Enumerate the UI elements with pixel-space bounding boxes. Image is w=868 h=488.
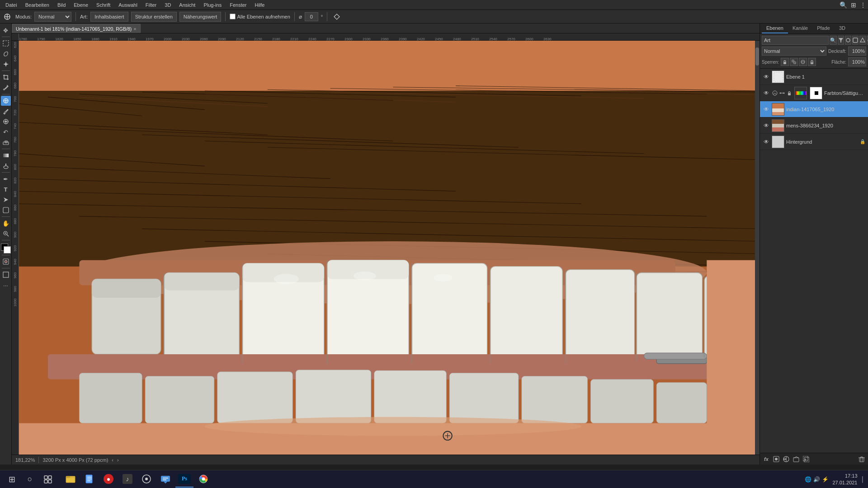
lock-pixels-btn[interactable] bbox=[781, 58, 789, 66]
start-button[interactable]: ⊞ bbox=[4, 471, 20, 488]
menu-filter[interactable]: Filter bbox=[142, 1, 160, 9]
status-arrow-left[interactable]: ‹ bbox=[112, 457, 113, 463]
tab-ebenen[interactable]: Ebenen bbox=[762, 23, 788, 33]
menu-hilfe[interactable]: Hilfe bbox=[251, 1, 268, 9]
taskbar-music[interactable]: ♪ bbox=[118, 471, 137, 488]
tab-pfade[interactable]: Pfade bbox=[812, 23, 835, 33]
lock-all-btn[interactable] bbox=[808, 58, 816, 66]
menu-fenster[interactable]: Fenster bbox=[226, 1, 250, 9]
taskbar-messages[interactable] bbox=[156, 471, 175, 488]
tab-kanale[interactable]: Kanäle bbox=[788, 23, 812, 33]
magic-wand-tool[interactable] bbox=[1, 59, 11, 69]
layer-item-farbton[interactable]: 👁 bbox=[760, 85, 868, 101]
menu-plugins[interactable]: Plug-ins bbox=[200, 1, 225, 9]
opacity-input[interactable] bbox=[848, 47, 866, 56]
battery-icon[interactable]: ⚡ bbox=[822, 476, 829, 483]
add-style-btn[interactable]: fx bbox=[762, 455, 771, 464]
taskbar-chrome[interactable] bbox=[194, 471, 212, 488]
menu-datei[interactable]: Datei bbox=[2, 1, 21, 9]
layer-filter-5[interactable] bbox=[859, 36, 866, 45]
eyedropper-tool[interactable] bbox=[1, 83, 11, 93]
document-tab[interactable]: Unbenannt-1 bei 181% (indian-1417065_192… bbox=[12, 24, 141, 33]
zoom-tool[interactable] bbox=[1, 229, 11, 239]
task-view-button[interactable] bbox=[40, 471, 56, 488]
color-swatches[interactable] bbox=[1, 244, 11, 253]
naherungswert-btn[interactable]: Näherungswert bbox=[179, 12, 222, 22]
fill-input[interactable] bbox=[848, 57, 866, 66]
brush-tool[interactable] bbox=[1, 106, 11, 116]
lock-position-btn[interactable] bbox=[790, 58, 798, 66]
crop-tool[interactable] bbox=[1, 72, 11, 82]
struktur-btn[interactable]: Struktur erstellen bbox=[131, 12, 177, 22]
inhaltsbasiert-btn[interactable]: Inhaltsbasiert bbox=[90, 12, 128, 22]
taskbar-settings[interactable] bbox=[137, 471, 156, 488]
all-layers-input[interactable] bbox=[230, 14, 236, 19]
layer-filter-4[interactable] bbox=[852, 36, 859, 45]
layer-item-ebene1[interactable]: 👁 Ebene 1 bbox=[760, 69, 868, 85]
layer-item-indian[interactable]: 👁 indian-1417065_1920 bbox=[760, 101, 868, 117]
status-arrow-right[interactable]: › bbox=[117, 457, 119, 463]
show-desktop-btn[interactable]: │ bbox=[861, 476, 865, 483]
layer-item-mens[interactable]: 👁 mens-3866234_1920 bbox=[760, 117, 868, 134]
shape-tool[interactable] bbox=[1, 205, 11, 215]
history-brush-tool[interactable]: ↶ bbox=[1, 127, 11, 137]
layout-icon[interactable]: ⊞ bbox=[851, 1, 856, 9]
layer-filter-2[interactable] bbox=[838, 36, 844, 45]
menu-auswahl[interactable]: Auswahl bbox=[115, 1, 141, 9]
more-tools-btn[interactable]: ··· bbox=[1, 280, 11, 290]
eraser-tool[interactable] bbox=[1, 137, 11, 147]
menu-schrift[interactable]: Schrift bbox=[93, 1, 114, 9]
all-layers-checkbox[interactable]: Alle Ebenen aufnehmen bbox=[230, 14, 290, 19]
tab-3d[interactable]: 3D bbox=[835, 23, 850, 33]
heal-tool[interactable] bbox=[1, 96, 11, 106]
volume-icon[interactable]: 🔊 bbox=[813, 476, 820, 483]
menu-ansicht[interactable]: Ansicht bbox=[175, 1, 199, 9]
more-icon[interactable]: ⋮ bbox=[860, 1, 866, 9]
taskbar-antivirus[interactable]: ● bbox=[99, 471, 118, 488]
sample-icon[interactable] bbox=[331, 11, 342, 22]
taskbar-photoshop[interactable]: Ps bbox=[175, 471, 193, 488]
layer-filter-3[interactable] bbox=[845, 36, 851, 45]
clone-tool[interactable] bbox=[1, 117, 11, 127]
taskbar-files[interactable] bbox=[80, 471, 99, 488]
menu-bearbeiten[interactable]: Bearbeiten bbox=[22, 1, 53, 9]
menu-3d[interactable]: 3D bbox=[161, 1, 175, 9]
dodge-tool[interactable] bbox=[1, 161, 11, 171]
quick-mask-tool[interactable] bbox=[1, 257, 11, 267]
path-select-tool[interactable] bbox=[1, 195, 11, 205]
search-button[interactable]: ○ bbox=[22, 471, 38, 488]
layer-item-hintergrund[interactable]: 👁 Hintergrund 🔒 bbox=[760, 134, 868, 150]
gradient-tool[interactable] bbox=[1, 150, 11, 160]
taskbar-explorer[interactable] bbox=[61, 471, 80, 488]
canvas-viewport[interactable] bbox=[19, 41, 760, 455]
screen-mode-btn[interactable] bbox=[1, 270, 11, 280]
search-icon[interactable]: 🔍 bbox=[840, 1, 847, 9]
lasso-tool[interactable] bbox=[1, 49, 11, 59]
hand-tool[interactable]: ✋ bbox=[1, 218, 11, 228]
network-icon[interactable]: 🌐 bbox=[805, 476, 811, 483]
layer-filter-type-btn[interactable]: 🔍 bbox=[830, 36, 837, 45]
layer-visibility-hintergrund[interactable]: 👁 bbox=[763, 138, 770, 145]
add-mask-btn[interactable] bbox=[772, 455, 781, 464]
type-tool[interactable]: T bbox=[1, 184, 11, 194]
clock-display[interactable]: 17:13 27.01.2021 bbox=[832, 473, 857, 486]
angle-input[interactable] bbox=[305, 12, 318, 21]
marquee-tool[interactable] bbox=[1, 38, 11, 48]
new-layer-btn[interactable] bbox=[802, 455, 811, 464]
layer-visibility-indian[interactable]: 👁 bbox=[763, 106, 770, 113]
layer-visibility-mens[interactable]: 👁 bbox=[763, 122, 770, 129]
tab-close-btn[interactable]: × bbox=[133, 26, 136, 32]
menu-ebene[interactable]: Ebene bbox=[70, 1, 92, 9]
vertical-scrollbar[interactable] bbox=[755, 41, 760, 455]
mode-select[interactable]: Normal Aufhellen Abdunkeln bbox=[34, 12, 71, 22]
layer-filter-input[interactable] bbox=[762, 36, 829, 45]
layer-visibility-farbton[interactable]: 👁 bbox=[763, 89, 770, 97]
move-tool[interactable]: ✥ bbox=[1, 25, 11, 35]
add-adjustment-btn[interactable] bbox=[782, 455, 791, 464]
layer-visibility-ebene1[interactable]: 👁 bbox=[763, 73, 770, 80]
delete-layer-btn[interactable] bbox=[857, 455, 866, 464]
group-layers-btn[interactable] bbox=[792, 455, 801, 464]
pen-tool[interactable]: ✒ bbox=[1, 174, 11, 184]
blend-mode-select[interactable]: Normal Multiplizieren Aufhellen bbox=[762, 47, 826, 56]
lock-artboards-btn[interactable] bbox=[799, 58, 807, 66]
